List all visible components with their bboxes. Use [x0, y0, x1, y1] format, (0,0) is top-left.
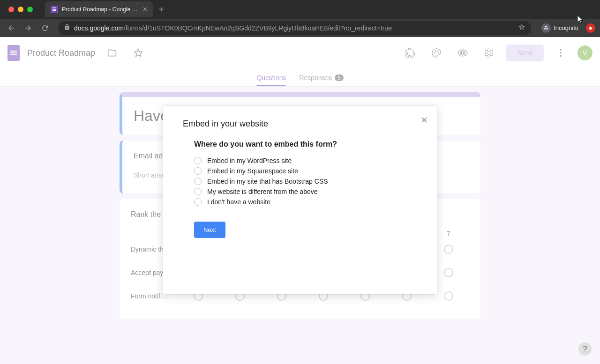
modal-title: Embed in your website: [183, 119, 417, 129]
radio-input[interactable]: [194, 157, 202, 164]
bookmark-star-icon[interactable]: [518, 23, 525, 33]
radio-option-different[interactable]: My website is different from the above: [194, 188, 417, 195]
window-controls: [5, 7, 37, 12]
help-button[interactable]: ?: [578, 342, 592, 356]
close-modal-button[interactable]: ×: [421, 113, 428, 126]
new-tab-button[interactable]: +: [158, 4, 164, 15]
radio-input[interactable]: [194, 167, 202, 175]
embed-modal: × Embed in your website Where do you wan…: [163, 106, 437, 294]
minimize-window-button[interactable]: [18, 7, 23, 12]
radio-option-wordpress[interactable]: Embed in my WordPress site: [194, 157, 417, 164]
browser-chrome: Product Roadmap - Google Form × + docs.g…: [0, 0, 600, 37]
extension-badge[interactable]: ◆: [586, 23, 595, 33]
radio-input[interactable]: [194, 178, 202, 185]
tab-title: Product Roadmap - Google Form: [62, 6, 139, 13]
incognito-icon: [541, 23, 551, 33]
svg-point-3: [544, 28, 546, 30]
url-text: docs.google.com/forms/d/1uSTOK0BQCmKpNEw…: [74, 24, 392, 32]
radio-option-bootstrap[interactable]: Embed in my site that has Bootstrap CSS: [194, 178, 417, 185]
back-button[interactable]: [5, 22, 18, 35]
browser-tab[interactable]: Product Roadmap - Google Form ×: [45, 1, 153, 17]
forms-favicon: [51, 6, 58, 13]
browser-toolbar: docs.google.com/forms/d/1uSTOK0BQCmKpNEw…: [0, 19, 600, 37]
radio-input[interactable]: [194, 188, 202, 195]
svg-point-4: [547, 28, 548, 30]
forward-button[interactable]: [22, 22, 35, 35]
radio-option-squarespace[interactable]: Embed in my Squarespace site: [194, 167, 417, 175]
close-tab-button[interactable]: ×: [143, 5, 147, 14]
modal-question: Where do you want to embed this form?: [194, 140, 417, 149]
lock-icon: [64, 24, 70, 32]
reload-button[interactable]: [38, 22, 52, 35]
svg-rect-0: [52, 7, 56, 8]
close-window-button[interactable]: [8, 7, 14, 12]
address-bar[interactable]: docs.google.com/forms/d/1uSTOK0BQCmKpNEw…: [58, 21, 531, 35]
radio-input[interactable]: [194, 198, 202, 206]
next-button[interactable]: Next: [194, 222, 225, 238]
tab-strip: Product Roadmap - Google Form × +: [0, 0, 600, 19]
svg-rect-2: [52, 10, 56, 11]
incognito-indicator: Incognito: [538, 23, 582, 33]
radio-option-no-website[interactable]: I don't have a website: [194, 198, 417, 206]
maximize-window-button[interactable]: [27, 7, 33, 12]
svg-rect-1: [52, 9, 56, 10]
